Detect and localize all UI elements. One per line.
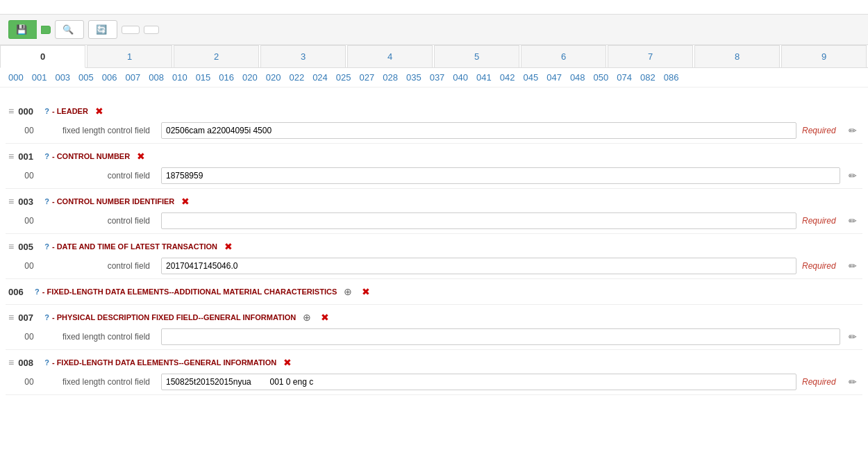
shortcut-048[interactable]: 048 [570, 72, 585, 83]
shortcut-037[interactable]: 037 [430, 72, 445, 83]
shortcut-020[interactable]: 020 [266, 72, 281, 83]
shortcut-007[interactable]: 007 [126, 72, 141, 83]
shortcut-005[interactable]: 005 [78, 72, 94, 83]
field-input-007[interactable] [161, 328, 840, 345]
delete-field-icon-006[interactable]: ✖ [359, 285, 373, 299]
section-header [0, 87, 868, 99]
field-input-000[interactable] [161, 122, 796, 139]
edit-icon-008[interactable]: ✏ [846, 375, 860, 389]
input-label-005: control field [44, 261, 156, 271]
tab-1[interactable]: 1 [87, 45, 172, 67]
shortcut-016[interactable]: 016 [219, 72, 234, 83]
shortcut-022[interactable]: 022 [289, 72, 304, 83]
input-label-001: control field [44, 171, 156, 181]
indicator-008: 00 [19, 377, 39, 387]
marc-field-001: ≡001?- CONTROL NUMBER✖00control field✏ [6, 144, 862, 189]
shortcut-010[interactable]: 010 [172, 72, 187, 83]
shortcut-045[interactable]: 045 [523, 72, 538, 83]
delete-field-icon-000[interactable]: ✖ [92, 104, 106, 118]
drag-handle-008[interactable]: ≡ [8, 357, 14, 368]
cancel-button[interactable] [144, 26, 159, 34]
shortcut-020[interactable]: 020 [242, 72, 258, 83]
indicator-001: 00 [19, 171, 39, 181]
field-label-007: ?- PHYSICAL DESCRIPTION FIXED FIELD--GEN… [44, 313, 296, 321]
help-link-001[interactable]: ? [44, 152, 49, 160]
shortcut-035[interactable]: 035 [406, 72, 422, 83]
add-subfield-icon-006[interactable]: ⊕ [341, 285, 355, 299]
add-subfield-icon-007[interactable]: ⊕ [300, 310, 314, 324]
save-icon: 💾 [16, 24, 27, 35]
shortcut-042[interactable]: 042 [500, 72, 515, 83]
shortcut-074[interactable]: 074 [617, 72, 632, 83]
save-split-button[interactable] [41, 26, 51, 34]
marc-field-header-007: ≡007?- PHYSICAL DESCRIPTION FIXED FIELD-… [8, 309, 860, 326]
help-link-008[interactable]: ? [44, 358, 49, 367]
tab-8[interactable]: 8 [694, 45, 780, 67]
tab-3[interactable]: 3 [260, 45, 346, 67]
delete-field-icon-008[interactable]: ✖ [281, 356, 294, 369]
z3950-button[interactable]: 🔍 [55, 20, 84, 39]
field-label-003: ?- CONTROL NUMBER IDENTIFIER [44, 197, 174, 206]
save-button[interactable]: 💾 [8, 20, 37, 39]
delete-field-icon-007[interactable]: ✖ [318, 310, 332, 324]
shortcut-003[interactable]: 003 [55, 72, 70, 83]
edit-icon-005[interactable]: ✏ [846, 259, 860, 273]
edit-icon-001[interactable]: ✏ [846, 169, 860, 183]
tabs: 0123456789 [0, 45, 868, 68]
tab-9[interactable]: 9 [781, 45, 867, 67]
tab-4[interactable]: 4 [347, 45, 433, 67]
drag-handle-003[interactable]: ≡ [8, 196, 14, 207]
drag-handle-005[interactable]: ≡ [8, 241, 14, 252]
field-input-001[interactable] [161, 167, 840, 184]
page-title [0, 0, 868, 14]
shortcut-028[interactable]: 028 [383, 72, 398, 83]
shortcut-001[interactable]: 001 [32, 72, 47, 83]
shortcut-015[interactable]: 015 [196, 72, 211, 83]
marc-field-header-008: ≡008?- FIXED-LENGTH DATA ELEMENTS--GENER… [8, 354, 860, 371]
drag-handle-001[interactable]: ≡ [8, 151, 14, 162]
help-link-003[interactable]: ? [44, 197, 49, 206]
tab-7[interactable]: 7 [608, 45, 693, 67]
drag-handle-000[interactable]: ≡ [8, 106, 14, 117]
tab-2[interactable]: 2 [174, 45, 259, 67]
tab-6[interactable]: 6 [521, 45, 606, 67]
help-link-007[interactable]: ? [44, 313, 49, 321]
shortcut-000[interactable]: 000 [8, 72, 24, 83]
shortcut-008[interactable]: 008 [149, 72, 164, 83]
input-label-003: control field [44, 216, 156, 226]
shortcut-040[interactable]: 040 [453, 72, 468, 83]
settings-button[interactable] [122, 26, 140, 34]
delete-field-icon-001[interactable]: ✖ [134, 149, 148, 163]
shortcut-050[interactable]: 050 [594, 72, 609, 83]
link-authorities-button[interactable]: 🔄 [88, 20, 117, 39]
drag-handle-007[interactable]: ≡ [8, 312, 14, 323]
tab-0[interactable]: 0 [0, 45, 85, 68]
shortcut-025[interactable]: 025 [336, 72, 351, 83]
required-label-008: Required [802, 377, 840, 387]
field-input-003[interactable] [161, 212, 796, 229]
shortcut-047[interactable]: 047 [546, 72, 562, 83]
input-label-007: fixed length control field [44, 332, 156, 342]
edit-icon-000[interactable]: ✏ [846, 124, 860, 137]
shortcut-024[interactable]: 024 [312, 72, 328, 83]
shortcut-041[interactable]: 041 [476, 72, 492, 83]
help-link-000[interactable]: ? [44, 107, 49, 115]
shortcut-027[interactable]: 027 [360, 72, 375, 83]
field-tag-000: 000 [18, 106, 40, 117]
delete-field-icon-003[interactable]: ✖ [178, 194, 192, 208]
edit-icon-003[interactable]: ✏ [846, 214, 860, 228]
indicator-007: 00 [19, 332, 39, 342]
shortcut-006[interactable]: 006 [102, 72, 117, 83]
edit-icon-007[interactable]: ✏ [846, 330, 860, 344]
marc-field-header-001: ≡001?- CONTROL NUMBER✖ [8, 148, 860, 165]
field-input-005[interactable] [161, 258, 796, 274]
tab-5[interactable]: 5 [434, 45, 519, 67]
field-tag-001: 001 [18, 151, 40, 162]
marc-record: ≡000?- LEADER✖00fixed length control fie… [0, 99, 868, 395]
field-input-008[interactable] [161, 374, 796, 390]
delete-field-icon-005[interactable]: ✖ [222, 240, 235, 253]
shortcut-086[interactable]: 086 [664, 72, 679, 83]
help-link-006[interactable]: ? [35, 287, 40, 296]
help-link-005[interactable]: ? [44, 242, 49, 251]
shortcut-082[interactable]: 082 [640, 72, 656, 83]
